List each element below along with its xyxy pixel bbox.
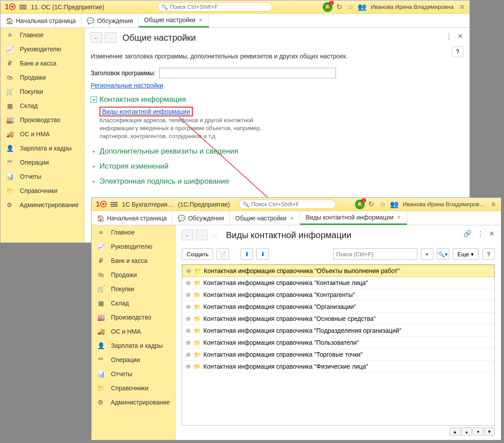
kebab-menu-icon[interactable]: ⋮ <box>477 230 484 238</box>
expand-icon[interactable]: ⊕ <box>186 303 191 310</box>
sidebar-item[interactable]: 🚚ОС и НМА <box>0 127 84 141</box>
sidebar-item[interactable]: ≡Главное <box>0 28 84 42</box>
sidebar-item[interactable]: ᴬᴷОперации <box>0 155 84 169</box>
list-item[interactable]: ⊕📁Контактная информация справочника "Тор… <box>182 349 494 361</box>
list-item[interactable]: ⊕📁Контактная информация справочника "Физ… <box>182 361 494 373</box>
tab-home[interactable]: 🏠Начальная страница <box>0 14 81 27</box>
favorite-star-icon[interactable]: ☆ <box>210 230 220 240</box>
tab-discussions[interactable]: 💬Обсуждения <box>172 211 229 225</box>
sidebar-item[interactable]: 📈Руководителю <box>0 42 84 56</box>
nav-forward-button[interactable]: → <box>196 230 207 240</box>
user-name[interactable]: Иванова Ирина Владимировна <box>369 4 455 10</box>
section-extra-attrs[interactable]: Дополнительные реквизиты и сведения <box>99 147 238 156</box>
sidebar-item[interactable]: 🛍Продажи <box>92 268 175 282</box>
help-button[interactable]: ? <box>482 248 495 260</box>
close-page-icon[interactable]: ✕ <box>458 32 463 40</box>
list-item[interactable]: ⊕📁Контактная информация справочника "Кон… <box>182 277 494 289</box>
main-menu-icon[interactable] <box>19 4 27 10</box>
tab-general-settings[interactable]: Общие настройки× <box>230 211 300 225</box>
close-icon[interactable]: × <box>396 214 401 221</box>
user-name[interactable]: Иванова Ирина Владимиров… <box>401 201 487 208</box>
sidebar-item[interactable]: ₽Банк и касса <box>0 56 84 70</box>
global-search-input[interactable] <box>251 201 332 208</box>
panel-settings-icon[interactable]: ≡ <box>457 2 467 12</box>
global-search[interactable] <box>157 2 272 12</box>
expand-toggle-icon[interactable] <box>91 163 97 169</box>
tab-contact-types[interactable]: Виды контактной информации× <box>300 211 407 225</box>
list-item[interactable]: ⊕📁Контактная информация справочника "Осн… <box>182 313 494 325</box>
sidebar-item[interactable]: ₽Банк и касса <box>92 254 175 268</box>
sidebar-item[interactable]: 🛍Продажи <box>0 70 84 85</box>
sidebar-item[interactable]: ⚙Администрирование <box>0 198 84 212</box>
notifications-icon[interactable]: 1 <box>323 2 332 12</box>
sidebar-item[interactable]: 🚚ОС и НМА <box>92 324 175 339</box>
sidebar-item[interactable]: ⚙Администрирование <box>92 395 175 409</box>
history-icon[interactable]: ↻ <box>367 200 376 209</box>
sidebar-item[interactable]: 📈Руководителю <box>92 239 175 254</box>
help-button[interactable]: ? <box>452 46 463 57</box>
clear-search-button[interactable]: × <box>421 248 433 260</box>
expand-icon[interactable]: ⊕ <box>186 327 191 334</box>
close-page-icon[interactable]: ✕ <box>489 230 495 238</box>
create-button[interactable]: Создать <box>182 248 213 260</box>
user-icon[interactable]: 👥 <box>389 200 399 209</box>
sidebar-item[interactable]: ▦Склад <box>92 296 175 310</box>
create-group-button[interactable]: 📄 <box>217 248 229 260</box>
program-title-input[interactable] <box>159 68 336 78</box>
sidebar-item[interactable]: 🏭Производство <box>92 310 175 324</box>
panel-settings-icon[interactable]: ≡ <box>489 200 498 209</box>
section-contact-info[interactable]: Контактная информация <box>99 95 186 104</box>
favorites-icon[interactable]: ☆ <box>346 2 355 12</box>
section-history[interactable]: История изменений <box>99 162 168 171</box>
sidebar-item[interactable]: ▦Склад <box>0 99 84 113</box>
sidebar-item[interactable]: 📁Справочники <box>92 381 175 395</box>
expand-icon[interactable]: ⊕ <box>186 267 191 274</box>
tab-discussions[interactable]: 💬Обсуждения <box>81 14 138 27</box>
notifications-icon[interactable]: 1 <box>355 200 365 209</box>
move-up-button[interactable]: ⬆ <box>241 248 253 260</box>
global-search[interactable] <box>239 200 336 209</box>
expand-icon[interactable]: ⊕ <box>186 315 191 322</box>
contact-types-link[interactable]: Виды контактной информации <box>99 107 193 116</box>
favorites-icon[interactable]: ☆ <box>378 200 388 209</box>
list-item[interactable]: ⊕📁Контактная информация справочника "Объ… <box>182 265 494 277</box>
expand-icon[interactable]: ⊕ <box>186 291 191 298</box>
main-menu-icon[interactable] <box>111 201 118 208</box>
scroll-up-button[interactable]: ▴ <box>461 428 472 435</box>
expand-icon[interactable]: ⊕ <box>186 363 191 370</box>
sidebar-item[interactable]: 👤Зарплата и кадры <box>92 339 175 353</box>
list-search-input[interactable] <box>333 248 417 260</box>
expand-toggle-icon[interactable] <box>91 178 97 185</box>
sidebar-item[interactable]: 📊Отчеты <box>0 169 84 184</box>
search-dropdown-button[interactable]: 🔍▾ <box>437 248 449 260</box>
expand-toggle-icon[interactable] <box>91 148 97 154</box>
list-item[interactable]: ⊕📁Контактная информация справочника "Пол… <box>182 337 494 349</box>
global-search-input[interactable] <box>170 4 268 10</box>
sidebar-item[interactable]: 🛒Покупки <box>0 85 84 99</box>
close-icon[interactable]: × <box>198 16 203 23</box>
tab-home[interactable]: 🏠Начальная страница <box>92 211 172 225</box>
expand-icon[interactable]: ⊕ <box>186 339 191 346</box>
sidebar-item[interactable]: 📊Отчеты <box>92 367 175 381</box>
nav-back-button[interactable]: ← <box>91 32 102 43</box>
link-icon[interactable]: 🔗 <box>463 230 472 238</box>
nav-forward-button[interactable]: → <box>105 32 116 43</box>
sidebar-item[interactable]: 🛒Покупки <box>92 282 175 296</box>
list-item[interactable]: ⊕📁Контактная информация справочника "Орг… <box>182 301 494 313</box>
sidebar-item[interactable]: 🏭Производство <box>0 113 84 127</box>
expand-icon[interactable]: ⊕ <box>186 351 191 358</box>
tab-general-settings[interactable]: Общие настройки× <box>139 14 209 27</box>
regional-settings-link[interactable]: Региональные настройки <box>91 82 163 89</box>
scroll-down-button[interactable]: ▾ <box>473 428 483 435</box>
list-item[interactable]: ⊕📁Контактная информация справочника "Под… <box>182 325 494 337</box>
user-icon[interactable]: 👥 <box>357 2 367 12</box>
sidebar-item[interactable]: 📁Справочники <box>0 184 84 198</box>
move-down-button[interactable]: ⬇ <box>256 248 269 260</box>
sidebar-item[interactable]: ≡Главное <box>92 225 175 239</box>
sidebar-item[interactable]: 👤Зарплата и кадры <box>0 141 84 155</box>
close-icon[interactable]: × <box>289 215 294 222</box>
history-icon[interactable]: ↻ <box>334 2 344 12</box>
section-esignature[interactable]: Электронная подпись и шифрование <box>99 177 229 186</box>
kebab-menu-icon[interactable]: ⋮ <box>446 32 452 40</box>
scroll-top-button[interactable]: ▲ <box>450 428 460 435</box>
